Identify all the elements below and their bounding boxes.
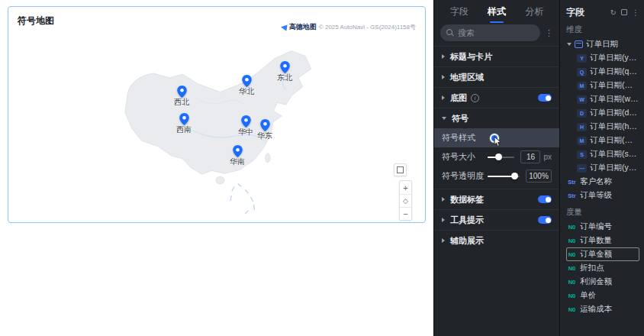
map-pin[interactable]: 西北 [163, 86, 200, 106]
field-item-month[interactable]: M 订单日期(month) [566, 79, 639, 92]
symbol-size-input[interactable]: 16 [520, 150, 540, 163]
symbol-opacity-label: 符号透明度 [442, 170, 486, 182]
field-item-order-amount[interactable]: N0 订单金额 [566, 247, 639, 261]
field-item-order-number[interactable]: N0 订单编号 [566, 220, 639, 234]
field-label: 订单日期(second) [590, 149, 639, 160]
field-item-shipping-cost[interactable]: N0 运输成本 [566, 302, 639, 316]
section-symbol[interactable]: 符号 [434, 108, 559, 128]
field-item-minute[interactable]: M 订单日期(minute) [566, 134, 639, 147]
section-title-card[interactable]: 标题与卡片 [434, 46, 559, 66]
more-icon[interactable]: ⋮ [545, 28, 553, 38]
tooltip-toggle[interactable] [538, 216, 552, 224]
date-hour-icon: H [577, 123, 587, 131]
number-type-icon: N0 [567, 250, 577, 259]
date-month-icon: M [577, 82, 587, 90]
section-data-label[interactable]: 数据标签 [434, 189, 559, 209]
symbol-map-card[interactable]: 符号地图 东北 华北 [8, 6, 426, 223]
dataset-icon[interactable] [621, 9, 627, 15]
search-box[interactable] [440, 24, 540, 41]
field-label: 订单编号 [580, 221, 612, 232]
number-type-icon: N0 [567, 305, 577, 314]
tree-caret-icon[interactable] [567, 43, 572, 46]
tab-style[interactable]: 样式 [486, 1, 507, 23]
field-label: 单价 [580, 290, 596, 301]
section-label: 辅助展示 [450, 235, 484, 247]
section-geo-area[interactable]: 地理区域 [434, 66, 559, 87]
map-restore-button[interactable] [394, 163, 407, 176]
zoom-in-button[interactable]: + [400, 181, 411, 194]
map-pin[interactable]: 华东 [246, 119, 283, 140]
search-input[interactable] [458, 28, 534, 37]
field-item-customer-name[interactable]: Str 客户名称 [566, 175, 639, 189]
field-label: 订单日期(month) [590, 80, 639, 91]
zoom-out-button[interactable]: − [400, 207, 411, 220]
symbol-style-label: 符号样式 [442, 132, 486, 144]
field-label: 订单日期(year) [590, 53, 639, 63]
symbol-size-label: 符号大小 [442, 151, 486, 163]
map-pin[interactable]: 华北 [228, 75, 265, 95]
map-pin[interactable]: 西南 [166, 113, 202, 134]
field-item-order-level[interactable]: Str 订单等级 [566, 189, 639, 202]
section-label: 数据标签 [450, 194, 484, 205]
field-label: 订单日期(minute) [590, 135, 639, 146]
symbol-opacity-slider[interactable] [488, 176, 520, 177]
map-pin[interactable]: 东北 [266, 61, 303, 82]
section-label: 符号 [452, 113, 469, 124]
symbol-size-unit: px [543, 153, 552, 161]
chevron-right-icon [442, 197, 445, 202]
field-label: 订单日期(day) [590, 108, 639, 118]
map-zoom-controls: + ◇ − [399, 180, 412, 221]
locate-button[interactable]: ◇ [400, 194, 411, 207]
symbol-size-slider[interactable] [488, 157, 514, 158]
field-item-year[interactable]: Y 订单日期(year) [566, 51, 639, 65]
field-group-order-date[interactable]: 订单日期 [566, 37, 639, 51]
field-item-quarter[interactable]: Q 订单日期(quarter) [566, 65, 639, 79]
section-tooltip[interactable]: 工具提示 [434, 209, 559, 230]
field-label: 客户名称 [580, 176, 612, 187]
field-label: 订单日期(week) [590, 94, 639, 105]
section-aux-display[interactable]: 辅助展示 [434, 230, 559, 250]
string-type-icon: Str [567, 192, 577, 200]
field-label: 运输成本 [580, 304, 612, 315]
symbol-color-swatch[interactable] [490, 134, 499, 143]
field-item-week[interactable]: W 订单日期(week) [566, 92, 639, 106]
section-label: 工具提示 [450, 215, 484, 226]
field-item-second[interactable]: S 订单日期(second) [566, 147, 639, 161]
panel-tabs: 字段 样式 分析 [434, 0, 559, 23]
date-minute-icon: M [577, 137, 587, 145]
field-item-unit-price[interactable]: N0 单价 [566, 289, 639, 302]
chart-title: 符号地图 [18, 15, 54, 27]
refresh-icon[interactable]: ↻ [610, 8, 617, 17]
field-item-order-quantity[interactable]: N0 订单数量 [566, 234, 639, 247]
symbol-size-row: 符号大小 16 px [434, 147, 559, 166]
symbol-color-wrap [489, 132, 501, 144]
pin-label: 西北 [163, 99, 200, 106]
field-label: 折扣点 [580, 263, 604, 273]
basemap-toggle[interactable] [538, 94, 552, 102]
more-icon[interactable]: ⋮ [632, 8, 639, 17]
symbol-opacity-value[interactable]: 100% [526, 170, 552, 183]
amap-logo-icon [280, 24, 287, 31]
field-item-hour[interactable]: H 订单日期(hour) [566, 120, 639, 134]
field-item-discount-point[interactable]: N0 折扣点 [566, 261, 639, 275]
restore-icon [397, 166, 404, 173]
number-type-icon: N0 [567, 264, 577, 273]
attribution-text: © 2025 AutoNavi - GS(2024)1158号 [319, 23, 416, 31]
tab-fields[interactable]: 字段 [449, 1, 470, 23]
info-icon: i [471, 94, 479, 102]
map-pin[interactable]: 华南 [219, 145, 256, 166]
data-label-toggle[interactable] [538, 195, 552, 203]
field-item-day[interactable]: D 订单日期(day) [566, 106, 639, 120]
symbol-style-row: 符号样式 [434, 128, 559, 147]
style-panel: 字段 样式 分析 ⋮ 标题与卡片 地理区域 底图 i 符号 [433, 0, 560, 336]
chevron-right-icon [442, 95, 445, 100]
chevron-right-icon [442, 54, 445, 59]
number-type-icon: N0 [567, 237, 577, 245]
field-item-ymdhms[interactable]: ⋯ 订单日期(ymdhms) [566, 161, 639, 175]
field-label: 订单数量 [580, 235, 612, 246]
section-basemap[interactable]: 底图 i [434, 87, 559, 108]
field-label: 订单日期(ymdhms) [590, 163, 639, 173]
field-item-profit-amount[interactable]: N0 利润金额 [566, 275, 639, 289]
tab-analysis[interactable]: 分析 [523, 1, 545, 23]
pin-label: 华北 [228, 88, 265, 95]
